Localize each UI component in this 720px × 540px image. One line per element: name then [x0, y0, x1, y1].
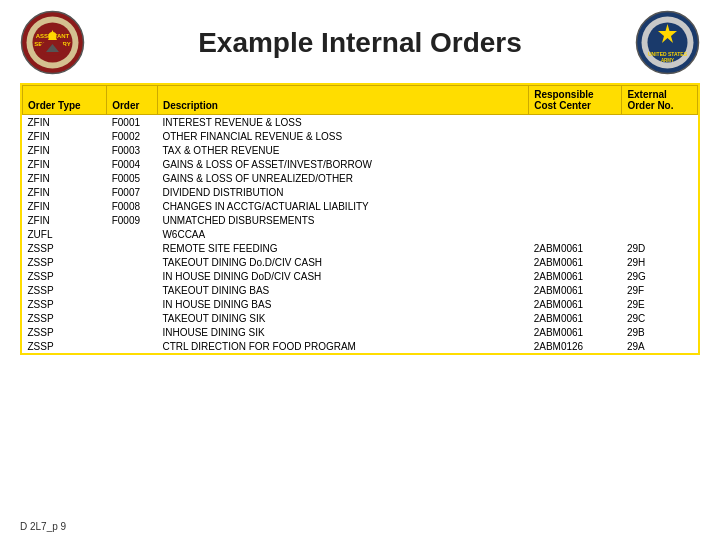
table-row: ZFINF0008CHANGES IN ACCTG/ACTUARIAL LIAB… [23, 199, 698, 213]
table-row: ZSSPIN HOUSE DINING DoD/CIV CASH2ABM0061… [23, 269, 698, 283]
cell-description: TAX & OTHER REVENUE [157, 143, 528, 157]
col-responsible-cost-center: ResponsibleCost Center [529, 86, 622, 115]
cell-responsible_cost_center: 2ABM0061 [529, 325, 622, 339]
cell-order [107, 241, 158, 255]
cell-order_type: ZSSP [23, 339, 107, 353]
table-row: ZSSPIN HOUSE DINING BAS2ABM006129E [23, 297, 698, 311]
table-row: ZUFLW6CCAA [23, 227, 698, 241]
cell-order: F0007 [107, 185, 158, 199]
cell-responsible_cost_center: 2ABM0061 [529, 269, 622, 283]
svg-text:UNITED STATES: UNITED STATES [648, 51, 688, 57]
svg-text:ARMY: ARMY [661, 58, 674, 63]
cell-description: GAINS & LOSS OF ASSET/INVEST/BORROW [157, 157, 528, 171]
cell-external_order_no: 29C [622, 311, 698, 325]
svg-point-7 [49, 32, 57, 40]
table-row: ZFINF0004GAINS & LOSS OF ASSET/INVEST/BO… [23, 157, 698, 171]
cell-description: CTRL DIRECTION FOR FOOD PROGRAM [157, 339, 528, 353]
cell-responsible_cost_center: 2ABM0061 [529, 241, 622, 255]
table-row: ZFINF0003TAX & OTHER REVENUE [23, 143, 698, 157]
cell-external_order_no [622, 143, 698, 157]
col-order: Order [107, 86, 158, 115]
cell-description: UNMATCHED DISBURSEMENTS [157, 213, 528, 227]
table-container: Order Type Order Description Responsible… [20, 83, 700, 355]
cell-external_order_no: 29D [622, 241, 698, 255]
orders-table: Order Type Order Description Responsible… [22, 85, 698, 353]
cell-order [107, 269, 158, 283]
table-row: ZSSPTAKEOUT DINING SIK2ABM006129C [23, 311, 698, 325]
col-description: Description [157, 86, 528, 115]
col-order-type: Order Type [23, 86, 107, 115]
cell-description: IN HOUSE DINING BAS [157, 297, 528, 311]
table-header-row: Order Type Order Description Responsible… [23, 86, 698, 115]
cell-order [107, 255, 158, 269]
table-row: ZFINF0002OTHER FINANCIAL REVENUE & LOSS [23, 129, 698, 143]
table-row: ZSSPTAKEOUT DINING Do.D/CIV CASH2ABM0061… [23, 255, 698, 269]
cell-external_order_no: 29F [622, 283, 698, 297]
cell-responsible_cost_center: 2ABM0061 [529, 283, 622, 297]
cell-external_order_no [622, 185, 698, 199]
cell-description: OTHER FINANCIAL REVENUE & LOSS [157, 129, 528, 143]
cell-order [107, 297, 158, 311]
cell-order_type: ZSSP [23, 255, 107, 269]
cell-description: CHANGES IN ACCTG/ACTUARIAL LIABILITY [157, 199, 528, 213]
cell-description: DIVIDEND DISTRIBUTION [157, 185, 528, 199]
cell-responsible_cost_center [529, 157, 622, 171]
cell-external_order_no: 29A [622, 339, 698, 353]
cell-responsible_cost_center: 2ABM0061 [529, 255, 622, 269]
cell-responsible_cost_center [529, 213, 622, 227]
page: ASSISTANT SECRETARY Example Internal Ord… [0, 0, 720, 540]
cell-order_type: ZSSP [23, 283, 107, 297]
cell-order: F0005 [107, 171, 158, 185]
cell-order_type: ZFIN [23, 157, 107, 171]
cell-external_order_no: 29G [622, 269, 698, 283]
cell-responsible_cost_center: 2ABM0061 [529, 311, 622, 325]
cell-order: F0004 [107, 157, 158, 171]
table-row: ZSSPREMOTE SITE FEEDING2ABM006129D [23, 241, 698, 255]
cell-description: REMOTE SITE FEEDING [157, 241, 528, 255]
cell-description: INTEREST REVENUE & LOSS [157, 115, 528, 130]
cell-external_order_no [622, 227, 698, 241]
cell-order_type: ZFIN [23, 185, 107, 199]
cell-description: W6CCAA [157, 227, 528, 241]
cell-external_order_no: 29B [622, 325, 698, 339]
cell-order_type: ZSSP [23, 311, 107, 325]
cell-description: TAKEOUT DINING SIK [157, 311, 528, 325]
footer-label: D 2L7_p 9 [20, 521, 66, 532]
cell-order: F0003 [107, 143, 158, 157]
cell-order_type: ZSSP [23, 269, 107, 283]
page-title: Example Internal Orders [85, 27, 635, 59]
cell-order_type: ZUFL [23, 227, 107, 241]
logo-right: UNITED STATES ARMY [635, 10, 700, 75]
cell-order: F0009 [107, 213, 158, 227]
cell-external_order_no [622, 115, 698, 130]
cell-description: TAKEOUT DINING Do.D/CIV CASH [157, 255, 528, 269]
cell-responsible_cost_center: 2ABM0126 [529, 339, 622, 353]
cell-external_order_no [622, 171, 698, 185]
cell-responsible_cost_center [529, 115, 622, 130]
cell-responsible_cost_center [529, 185, 622, 199]
table-row: ZSSPTAKEOUT DINING BAS2ABM006129F [23, 283, 698, 297]
cell-order: F0008 [107, 199, 158, 213]
table-row: ZFINF0001INTEREST REVENUE & LOSS [23, 115, 698, 130]
cell-order: F0002 [107, 129, 158, 143]
cell-order [107, 325, 158, 339]
cell-description: INHOUSE DINING SIK [157, 325, 528, 339]
cell-description: GAINS & LOSS OF UNREALIZED/OTHER [157, 171, 528, 185]
table-row: ZSSPINHOUSE DINING SIK2ABM006129B [23, 325, 698, 339]
cell-responsible_cost_center [529, 199, 622, 213]
cell-external_order_no [622, 129, 698, 143]
cell-external_order_no: 29E [622, 297, 698, 311]
cell-order_type: ZFIN [23, 143, 107, 157]
cell-order_type: ZFIN [23, 129, 107, 143]
cell-order_type: ZFIN [23, 199, 107, 213]
cell-order_type: ZSSP [23, 241, 107, 255]
cell-order_type: ZFIN [23, 115, 107, 130]
cell-order_type: ZFIN [23, 171, 107, 185]
cell-order_type: ZSSP [23, 297, 107, 311]
cell-order [107, 339, 158, 353]
cell-external_order_no: 29H [622, 255, 698, 269]
cell-description: TAKEOUT DINING BAS [157, 283, 528, 297]
table-row: ZFINF0007DIVIDEND DISTRIBUTION [23, 185, 698, 199]
cell-order [107, 283, 158, 297]
logo-left: ASSISTANT SECRETARY [20, 10, 85, 75]
